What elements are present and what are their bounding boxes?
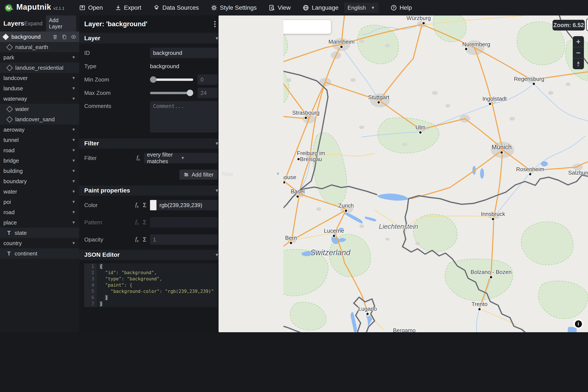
layer-label: country <box>3 240 22 247</box>
chevron-down-icon[interactable]: ▼ <box>72 200 76 204</box>
function-fx-icon[interactable]: fx <box>133 236 141 243</box>
layer-editor-title: Layer: 'background' <box>84 20 212 28</box>
comments-field[interactable] <box>150 101 218 132</box>
app-title: Maputnik <box>16 2 51 12</box>
max-zoom-slider[interactable] <box>150 90 193 96</box>
chevron-down-icon[interactable]: ▼ <box>72 138 76 142</box>
zoom-function-sigma-icon[interactable]: Σ <box>141 202 148 208</box>
section-layer-header[interactable]: Layer ▼ <box>79 33 224 44</box>
max-zoom-field[interactable] <box>198 88 218 98</box>
style-settings-label: Style Settings <box>220 4 257 11</box>
layer-type-diamond-icon <box>6 116 13 122</box>
language-select[interactable]: English ▼ <box>344 2 378 13</box>
layer-list-item-building[interactable]: building▼ <box>0 166 79 176</box>
chevron-down-icon[interactable]: ▼ <box>72 55 76 60</box>
style-settings-button[interactable]: Style Settings <box>211 4 257 11</box>
duplicate-icon[interactable] <box>61 34 67 40</box>
layer-list-item-landuse_residential[interactable]: landuse_residential <box>0 62 79 73</box>
chevron-down-icon[interactable]: ▼ <box>72 148 76 153</box>
layer-type-text-icon: T <box>7 250 11 257</box>
layer-list-item-continent[interactable]: Tcontinent <box>0 248 79 259</box>
color-field[interactable] <box>156 200 218 210</box>
chevron-down-icon[interactable]: ▼ <box>72 220 76 225</box>
map-city-dot <box>465 48 467 50</box>
layer-list-item-poi[interactable]: poi▼ <box>0 197 79 207</box>
data-sources-button[interactable]: Data Sources <box>153 4 199 11</box>
color-swatch[interactable] <box>150 200 156 210</box>
help-label: Help <box>399 4 412 11</box>
function-fx-icon[interactable]: fx <box>133 202 141 209</box>
chevron-down-icon[interactable]: ▼ <box>72 86 76 91</box>
section-paint-header[interactable]: Paint properties ▼ <box>79 185 224 196</box>
layer-list-item-aeroway[interactable]: aeroway▼ <box>0 124 79 135</box>
trash-icon[interactable] <box>52 34 58 40</box>
view-select[interactable]: Map ▼ <box>219 16 284 332</box>
export-button[interactable]: Export <box>115 4 141 11</box>
pattern-field[interactable] <box>150 217 218 228</box>
add-layer-button[interactable]: Add Layer <box>46 15 76 32</box>
expand-button[interactable]: Expand <box>24 20 42 27</box>
min-zoom-label: Min Zoom <box>84 76 133 83</box>
layer-list-item-bridge[interactable]: bridge▼ <box>0 156 79 166</box>
section-json-header[interactable]: JSON Editor ▼ <box>79 250 224 260</box>
min-zoom-slider[interactable] <box>150 76 193 83</box>
layer-type-diamond-icon <box>6 106 13 112</box>
json-code-editor[interactable]: 1{2 "id": "background",3 "type": "backgr… <box>84 264 218 307</box>
visibility-eye-icon[interactable] <box>71 34 76 40</box>
map-city-label: Bern <box>285 234 297 241</box>
help-button[interactable]: ? Help <box>390 4 412 11</box>
layer-label: road <box>3 209 15 216</box>
layer-list-item-natural_earth[interactable]: natural_earth <box>0 42 79 52</box>
zoom-out-button[interactable]: − <box>573 47 584 58</box>
chevron-down-icon[interactable]: ▼ <box>72 158 76 163</box>
zoom-in-button[interactable]: + <box>573 36 584 47</box>
globe-icon <box>302 4 309 11</box>
layer-list-item-waterway[interactable]: waterway▼ <box>0 94 79 104</box>
function-fx-icon[interactable]: fx <box>134 154 142 162</box>
chevron-down-icon[interactable]: ▼ <box>72 210 76 214</box>
min-zoom-field[interactable] <box>198 74 218 85</box>
layer-list-item-road[interactable]: road▼ <box>0 145 79 156</box>
open-button[interactable]: Open <box>79 4 103 11</box>
map-city-label: Basel <box>291 188 304 195</box>
layer-list-item-tunnel[interactable]: tunnel▼ <box>0 135 79 145</box>
min-zoom-slider-handle[interactable] <box>150 76 156 83</box>
layer-list-item-place[interactable]: place▼ <box>0 218 79 228</box>
layer-list-item-country[interactable]: country▼ <box>0 238 79 248</box>
layer-list-item-background[interactable]: background <box>0 32 79 42</box>
layer-list-item-landcover_sand[interactable]: landcover_sand <box>0 114 79 124</box>
layer-list-item-landcover[interactable]: landcover▼ <box>0 73 79 83</box>
layer-list-item-boundary[interactable]: boundary▼ <box>0 176 79 186</box>
layer-list-item-landuse[interactable]: landuse▼ <box>0 83 79 94</box>
map-city-label: Ulm <box>415 124 425 131</box>
layer-label: landuse_residential <box>15 64 63 71</box>
layer-list-item-state[interactable]: Tstate <box>0 228 79 238</box>
attribution-info-button[interactable]: i <box>573 319 583 329</box>
zoom-function-sigma-icon[interactable]: Σ <box>141 236 148 243</box>
section-filter-header[interactable]: Filter ▼ <box>79 138 224 148</box>
map-city-dot <box>419 132 422 134</box>
chevron-down-icon[interactable]: ▼ <box>72 76 76 80</box>
chevron-down-icon[interactable]: ▼ <box>72 179 76 184</box>
filter-mode-select[interactable]: every filter matches ▼ <box>144 153 218 163</box>
chevron-down-icon[interactable]: ▼ <box>72 241 76 246</box>
section-filter-title: Filter <box>84 140 215 147</box>
layer-list-item-water[interactable]: water▼ <box>0 186 79 197</box>
layer-options-kebab-icon[interactable] <box>212 20 218 28</box>
view-label: View <box>278 4 291 11</box>
chevron-down-icon[interactable]: ▼ <box>72 168 76 173</box>
layer-list-item-water[interactable]: water <box>0 104 79 114</box>
opacity-field[interactable] <box>150 234 218 245</box>
chevron-down-icon[interactable]: ▼ <box>72 96 76 101</box>
layer-list-item-park[interactable]: park▼ <box>0 52 79 62</box>
layer-list-item-road[interactable]: road▼ <box>0 207 79 218</box>
chevron-down-icon[interactable]: ▼ <box>72 189 76 194</box>
layer-label: landcover_sand <box>15 116 55 123</box>
chevron-down-icon[interactable]: ▼ <box>72 127 76 132</box>
id-field[interactable] <box>150 48 218 58</box>
triangle-down-icon: ▼ <box>577 64 581 67</box>
max-zoom-slider-handle[interactable] <box>187 90 193 96</box>
compass-pitch-button[interactable]: ▲ ▼ <box>573 58 584 69</box>
add-filter-button[interactable]: Add filter <box>179 170 218 180</box>
map-city-dot <box>490 276 492 278</box>
